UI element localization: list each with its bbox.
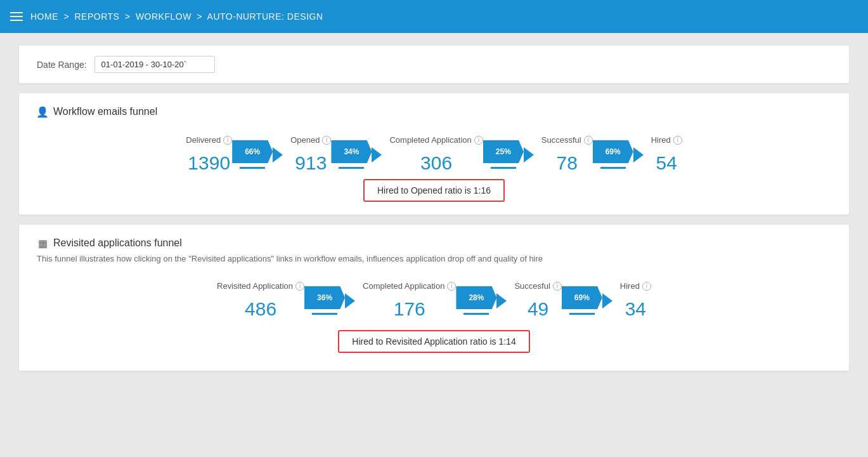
arrow-r-head-2 (496, 293, 507, 308)
revisited-funnel-panel: ▦ Revisited applications funnel This fun… (19, 225, 849, 371)
step-hired: Hired i 54 (651, 135, 682, 174)
step-hired-value: 54 (656, 152, 677, 174)
step-successful: Successful i 78 (541, 135, 593, 174)
step-revisited-label: Revisited Application (217, 281, 293, 291)
main-content: Date Range: 👤 Workflow emails funnel Del… (0, 33, 868, 394)
top-navigation: HOME > REPORTS > WORKFLOW > AUTO-NURTURE… (0, 0, 868, 33)
step-revisited: Revisited Application i 486 (217, 281, 304, 320)
date-range-label: Date Range: (37, 60, 87, 70)
step-opened-value: 913 (295, 152, 327, 174)
date-range-panel: Date Range: (19, 46, 849, 83)
arrow-r-head-1 (345, 293, 355, 308)
workflow-funnel-steps: Delivered i 1390 66% Opened i 913 (37, 135, 831, 174)
arrow-head-4 (633, 147, 644, 162)
workflow-ratio-row: Hired to Opened ratio is 1:16 (37, 179, 831, 202)
pct-badge-25: 25% (483, 140, 524, 163)
revisited-ratio-row: Hired to Revisited Application ratio is … (37, 330, 831, 353)
revisited-funnel-title: ▦ Revisited applications funnel (37, 237, 831, 249)
successful-info-icon[interactable]: i (584, 136, 593, 145)
arrow-25: 25% (483, 140, 524, 169)
step-hired-label: Hired (651, 135, 671, 145)
delivered-info-icon[interactable]: i (223, 136, 232, 145)
step-r-completed-value: 176 (394, 298, 425, 320)
revisited-ratio-badge: Hired to Revisited Application ratio is … (338, 330, 529, 353)
r-completed-info-icon[interactable]: i (447, 282, 456, 291)
workflow-ratio-badge: Hired to Opened ratio is 1:16 (363, 179, 505, 202)
arrow-66: 66% (232, 140, 273, 169)
arrow-r-69: 69% (562, 286, 602, 315)
step-r-hired: Hired i 34 (620, 281, 651, 320)
step-r-successful: Succesful i 49 (514, 281, 561, 320)
step-r-hired-label: Hired (620, 281, 640, 291)
nav-home[interactable]: HOME (30, 11, 58, 22)
step-r-successful-value: 49 (528, 298, 548, 320)
step-opened: Opened i 913 (290, 135, 331, 174)
step-r-completed-label: Completed Application (363, 281, 444, 291)
r-successful-info-icon[interactable]: i (553, 282, 562, 291)
revisited-funnel-subtitle: This funnel illustrates how clicking on … (37, 254, 831, 263)
hamburger-menu[interactable] (10, 12, 23, 21)
arrow-head-1 (273, 147, 283, 162)
workflow-funnel-title: 👤 Workflow emails funnel (37, 106, 831, 117)
breadcrumb: HOME > REPORTS > WORKFLOW > AUTO-NURTURE… (30, 11, 323, 22)
nav-workflow[interactable]: WORKFLOW (136, 11, 191, 22)
arrow-r-head-3 (602, 293, 612, 308)
step-r-hired-value: 34 (625, 298, 646, 320)
step-delivered: Delivered i 1390 (186, 135, 232, 174)
step-successful-label: Successful (541, 135, 581, 145)
arrow-head-3 (524, 147, 534, 162)
arrow-69: 69% (593, 140, 633, 169)
step-completed-app: Completed Application i 306 (389, 135, 483, 174)
completed-info-icon[interactable]: i (474, 136, 483, 145)
step-r-successful-label: Succesful (514, 281, 550, 291)
pct-badge-r-69: 69% (562, 286, 602, 309)
step-successful-value: 78 (557, 152, 578, 174)
date-range-input[interactable] (94, 56, 215, 73)
grid-icon: ▦ (37, 237, 48, 249)
step-delivered-value: 1390 (188, 152, 230, 174)
pct-badge-66: 66% (232, 140, 273, 163)
arrow-r-28: 28% (456, 286, 496, 315)
r-hired-info-icon[interactable]: i (642, 282, 651, 291)
pct-badge-r-36: 36% (304, 286, 345, 309)
arrow-r-36: 36% (304, 286, 345, 315)
step-completed-label: Completed Application (389, 135, 471, 145)
revisited-info-icon[interactable]: i (295, 282, 304, 291)
step-revisited-value: 486 (245, 298, 276, 320)
workflow-funnel-panel: 👤 Workflow emails funnel Delivered i 139… (19, 93, 849, 215)
arrow-34: 34% (331, 140, 372, 169)
pct-badge-69: 69% (593, 140, 633, 163)
step-delivered-label: Delivered (186, 135, 221, 145)
pct-badge-r-28: 28% (456, 286, 496, 309)
nav-reports[interactable]: REPORTS (74, 11, 119, 22)
opened-info-icon[interactable]: i (322, 136, 331, 145)
step-opened-label: Opened (290, 135, 320, 145)
step-completed-value: 306 (420, 152, 452, 174)
pct-badge-34: 34% (331, 140, 372, 163)
person-icon: 👤 (37, 106, 48, 117)
nav-current: AUTO-NURTURE: DESIGN (207, 11, 323, 22)
hired-info-icon[interactable]: i (673, 136, 682, 145)
step-r-completed: Completed Application i 176 (363, 281, 456, 320)
revisited-funnel-steps: Revisited Application i 486 36% Complete… (37, 281, 831, 320)
arrow-head-2 (372, 147, 382, 162)
